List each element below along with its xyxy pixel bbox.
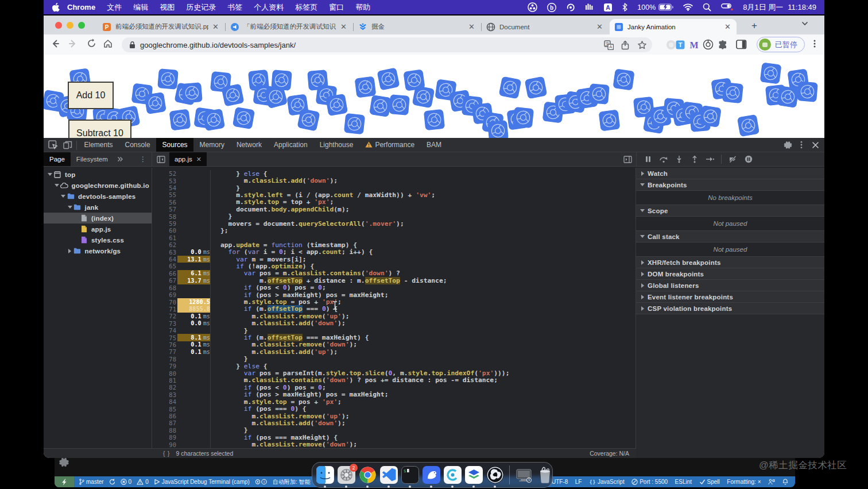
devtools-tab-performance[interactable]: Performance xyxy=(359,138,421,152)
navigator-tab-page[interactable]: Page xyxy=(44,152,71,166)
tree-item-app-js[interactable]: app.js xyxy=(44,224,152,234)
music-status-icon[interactable] xyxy=(585,3,594,11)
menubar-item-6[interactable]: 标签页 xyxy=(289,3,323,11)
vscode-status-item[interactable]: Port : 5500 xyxy=(631,479,668,485)
vscode-status-item[interactable]: LF xyxy=(575,479,582,485)
code-editor[interactable]: 52 } else { 53 m.classList.add('down'); … xyxy=(152,168,636,458)
extension-circle-icon[interactable] xyxy=(702,38,714,51)
code-line-59[interactable]: 59 movers = document.querySelectorAll('.… xyxy=(152,220,636,227)
tree-item-jank[interactable]: jank xyxy=(44,202,152,213)
vscode-status-item[interactable]: Formatting: × xyxy=(727,479,761,485)
code-line-76[interactable]: 76 0.1ms m.classList.remove('down'); xyxy=(152,341,636,348)
sidebar-section-watch[interactable]: Watch xyxy=(636,168,824,179)
vscode-manage-gear-icon[interactable] xyxy=(59,457,69,469)
code-line-71[interactable]: 71 8855.8 if (m.offsetTop === 0) { xyxy=(152,306,636,313)
vscode-status-item[interactable]: master xyxy=(79,479,104,485)
menubar-item-0[interactable]: 文件 xyxy=(101,3,127,11)
dock-chrome-icon[interactable] xyxy=(359,466,377,484)
dock-meeting-icon[interactable] xyxy=(444,466,462,484)
tree-item-styles-css[interactable]: styles.css xyxy=(44,234,152,245)
show-debugger-sidebar-icon[interactable] xyxy=(619,152,636,166)
swirl-status-icon[interactable] xyxy=(566,3,575,12)
code-line-88[interactable]: 88 } xyxy=(152,427,636,434)
menubar-clock[interactable]: 8月1日 周一11:18:49 xyxy=(743,2,816,13)
tab-close-icon[interactable]: ✕ xyxy=(595,22,604,31)
page-button-add-10[interactable]: Add 10 xyxy=(68,82,114,109)
tree-item-googlechrome-github-io[interactable]: googlechrome.github.io xyxy=(44,180,152,191)
code-line-84[interactable]: 84 m.style.top = pos + 'px'; xyxy=(152,398,636,405)
bookmark-star-icon[interactable] xyxy=(636,39,648,51)
vscode-status-item[interactable]: 0 xyxy=(121,479,132,485)
nav-overflow-icon[interactable]: ⋮ xyxy=(134,152,152,166)
code-line-64[interactable]: 64 13.1ms var m = movers[i]; xyxy=(152,256,636,263)
share-icon[interactable] xyxy=(619,39,631,51)
tree-item--index-[interactable]: (index) xyxy=(44,213,152,224)
vscode-status-item[interactable]: i xyxy=(255,479,268,485)
extension-t-icon[interactable]: T xyxy=(674,38,686,51)
reload-button[interactable] xyxy=(86,38,97,50)
code-line-61[interactable]: 61 xyxy=(152,234,636,241)
vscode-status-item[interactable]: ESLint xyxy=(675,479,692,485)
code-line-74[interactable]: 74 } xyxy=(152,327,636,334)
close-window-button[interactable] xyxy=(55,22,62,29)
devtools-settings-icon[interactable] xyxy=(781,141,795,149)
devtools-tab-memory[interactable]: Memory xyxy=(193,138,230,152)
tree-item-top[interactable]: top xyxy=(44,169,152,180)
tab-search-chevron[interactable] xyxy=(801,20,808,29)
code-line-78[interactable]: 78 } xyxy=(152,356,636,363)
menubar-item-7[interactable]: 窗口 xyxy=(323,3,350,11)
code-line-79[interactable]: 79 } else { xyxy=(152,363,636,369)
tab-close-icon[interactable]: ✕ xyxy=(211,22,220,31)
vscode-status-item[interactable] xyxy=(109,479,115,485)
devtools-tab-sources[interactable]: Sources xyxy=(156,138,193,152)
sidebar-section-call-stack[interactable]: Call stack xyxy=(636,231,824,242)
devtools-tab-console[interactable]: Console xyxy=(119,138,156,152)
browser-menu-icon[interactable] xyxy=(809,39,820,51)
forward-button[interactable] xyxy=(67,38,79,50)
menubar-item-1[interactable]: 编辑 xyxy=(127,3,154,11)
vscode-status-item[interactable]: 自动附加: 智能 xyxy=(273,478,311,486)
tree-item-devtools-samples[interactable]: devtools-samples xyxy=(44,191,152,202)
toggle-navigator-icon[interactable] xyxy=(152,152,169,166)
step-icon[interactable] xyxy=(704,153,716,165)
new-tab-button[interactable]: + xyxy=(751,20,757,32)
device-toolbar-icon[interactable] xyxy=(60,138,75,152)
vscode-status-item[interactable]: Spell xyxy=(699,479,720,485)
address-bar[interactable]: googlechrome.github.io/devtools-samples/… xyxy=(122,37,652,52)
devtools-tab-elements[interactable]: Elements xyxy=(78,138,119,152)
devtools-tab-lighthouse[interactable]: Lighthouse xyxy=(313,138,359,152)
devtools-tab-application[interactable]: Application xyxy=(268,138,313,152)
code-line-57[interactable]: 57 document.body.appendChild(m); xyxy=(152,206,636,213)
vscode-status-item[interactable]: 0 xyxy=(137,479,149,485)
sidebar-section-event-listener-breakpoints[interactable]: Event listener breakpoints xyxy=(636,291,824,303)
dock-trash-icon[interactable] xyxy=(536,466,554,484)
beats-status-icon[interactable]: b xyxy=(547,3,556,12)
code-line-67[interactable]: 67 13.7ms m.offsetTop + distance : m.off… xyxy=(152,277,636,284)
lock-icon[interactable] xyxy=(129,41,135,49)
browser-tab-1[interactable]: 「前端必须知道的开发调试知识」 ✕ xyxy=(226,19,352,34)
extension-m-icon[interactable]: M xyxy=(688,38,700,51)
menubar-app-name[interactable]: Chrome xyxy=(62,3,101,11)
menubar-item-2[interactable]: 视图 xyxy=(154,3,180,11)
bluetooth-icon[interactable] xyxy=(622,3,627,11)
browser-tab-0[interactable]: P 前端必须知道的开发调试知识.pp ✕ xyxy=(98,19,224,34)
dock-docs-icon[interactable] xyxy=(465,466,483,484)
input-method-icon[interactable]: A xyxy=(603,3,613,12)
pretty-print-icon[interactable]: { } xyxy=(163,451,170,457)
step-out-icon[interactable] xyxy=(688,153,700,165)
code-line-52[interactable]: 52 } else { xyxy=(152,170,636,177)
code-line-80[interactable]: 80 var pos = parseInt(m.style.top.slice(… xyxy=(152,369,636,376)
dock-display-icon[interactable] xyxy=(515,466,533,484)
code-line-58[interactable]: 58 } xyxy=(152,213,636,220)
code-line-60[interactable]: 60 }; xyxy=(152,227,636,234)
vscode-remote-indicator[interactable] xyxy=(55,476,74,487)
profile-chip[interactable]: 已暂停 xyxy=(757,37,805,52)
sidebar-section-scope[interactable]: Scope xyxy=(636,205,824,217)
sidebar-section-breakpoints[interactable]: Breakpoints xyxy=(636,179,824,191)
step-over-icon[interactable] xyxy=(657,153,669,165)
extensions-puzzle-icon[interactable] xyxy=(716,38,728,51)
code-line-65[interactable]: 65 if (!app.optimize) { xyxy=(152,263,636,269)
menubar-item-4[interactable]: 书签 xyxy=(222,3,248,11)
menubar-item-5[interactable]: 个人资料 xyxy=(248,3,289,11)
vscode-status-item[interactable] xyxy=(768,479,775,485)
